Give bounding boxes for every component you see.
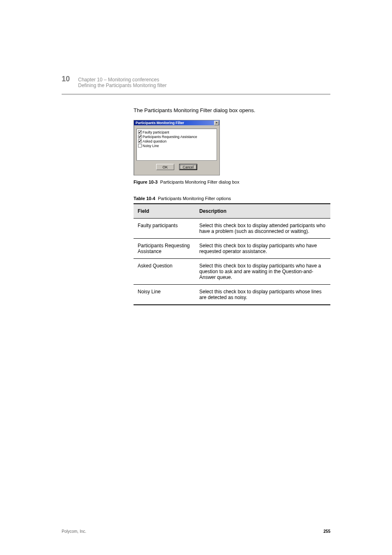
- chapter-number: 10: [62, 75, 70, 83]
- cell-desc: Select this check box to display partici…: [195, 259, 330, 285]
- cell-desc: Select this check box to display attende…: [195, 219, 330, 239]
- list-item-label: Asked question: [143, 139, 166, 143]
- table-row: Noisy Line Select this check box to disp…: [134, 285, 330, 305]
- chapter-title: Chapter 10 – Monitoring conferences: [78, 77, 159, 83]
- list-item[interactable]: Faulty participant: [138, 130, 215, 134]
- table-header-row: Field Description: [134, 204, 330, 219]
- table-row: Participants Requesting Assistance Selec…: [134, 239, 330, 259]
- list-item[interactable]: Noisy Line: [138, 143, 215, 148]
- checkbox-icon[interactable]: [138, 130, 142, 134]
- list-item[interactable]: Asked question: [138, 139, 215, 143]
- cell-field: Faulty participants: [134, 219, 195, 239]
- options-table: Field Description Faulty participants Se…: [134, 203, 330, 305]
- close-icon[interactable]: ×: [214, 121, 219, 125]
- cell-field: Participants Requesting Assistance: [134, 239, 195, 259]
- dialog-titlebar: Participants Monitoring Filter ×: [134, 120, 219, 125]
- figure-dialog: Participants Monitoring Filter × Faulty …: [134, 120, 330, 184]
- cell-field: Asked Question: [134, 259, 195, 285]
- dialog-title-text: Participants Monitoring Filter: [136, 121, 184, 125]
- footer-doc: Polycom, Inc.: [62, 529, 86, 534]
- list-item[interactable]: Participants Requesting Assistance: [138, 134, 215, 139]
- running-header: 10 Chapter 10 – Monitoring conferences D…: [62, 75, 330, 88]
- figure-caption: Figure 10-3 Participants Monitoring Filt…: [134, 180, 330, 184]
- header-rule: [62, 94, 330, 95]
- checkbox-icon[interactable]: [138, 139, 142, 143]
- cell-desc: Select this check box to display partici…: [195, 239, 330, 259]
- checkbox-icon[interactable]: [138, 144, 142, 147]
- list-item-label: Participants Requesting Assistance: [143, 135, 197, 139]
- table-row: Faulty participants Select this check bo…: [134, 219, 330, 239]
- table-row: Asked Question Select this check box to …: [134, 259, 330, 285]
- cell-desc: Select this check box to display partici…: [195, 285, 330, 305]
- section-title: Defining the Participants Monitoring fil…: [78, 83, 166, 88]
- list-item-label: Faulty participant: [143, 130, 169, 134]
- page-footer: Polycom, Inc. 255: [62, 529, 330, 534]
- col-field: Field: [134, 204, 195, 219]
- cancel-button[interactable]: Cancel: [179, 164, 197, 170]
- intro-paragraph: The Participants Monitoring Filter dialo…: [134, 107, 330, 114]
- filter-listbox[interactable]: Faulty participant Participants Requesti…: [136, 129, 217, 161]
- checkbox-icon[interactable]: [138, 135, 142, 138]
- dialog-window: Participants Monitoring Filter × Faulty …: [134, 120, 220, 175]
- cell-field: Noisy Line: [134, 285, 195, 305]
- list-item-label: Noisy Line: [143, 144, 159, 148]
- table-caption: Table 10-4 Participants Monitoring Filte…: [134, 196, 330, 201]
- ok-button[interactable]: OK: [156, 164, 174, 170]
- page-number: 255: [323, 529, 330, 534]
- col-description: Description: [195, 204, 330, 219]
